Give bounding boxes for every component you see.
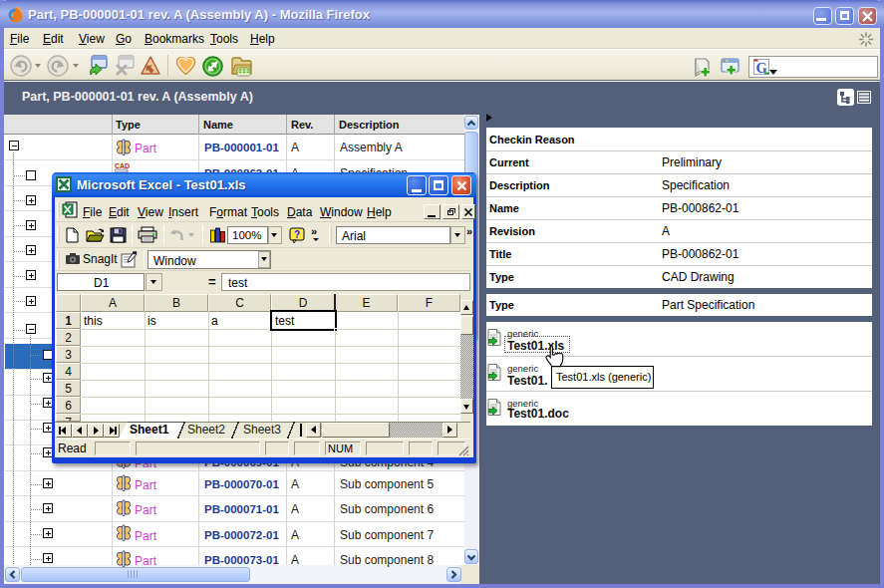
- svg-text:CAD: CAD: [115, 162, 130, 169]
- svg-text:?: ?: [294, 229, 300, 240]
- svg-text:G: G: [756, 60, 767, 76]
